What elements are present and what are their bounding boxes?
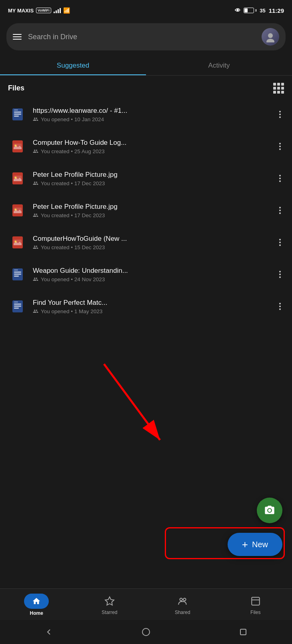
svg-rect-6 xyxy=(14,110,18,110)
eye-icon: 👁 xyxy=(235,7,240,14)
file-info: Weapon Guide: Understandin... You opened… xyxy=(33,267,270,282)
home-icon xyxy=(24,594,49,609)
volte-badge: VoWiFi xyxy=(36,8,51,13)
file-info: https://www.leanware.co/ - #1... You ope… xyxy=(33,107,270,122)
avatar-image xyxy=(262,28,279,46)
svg-rect-27 xyxy=(14,308,19,309)
new-label: New xyxy=(252,540,268,549)
file-meta: You opened • 24 Nov 2023 xyxy=(33,276,270,282)
battery-level: 35 xyxy=(260,8,265,14)
status-right: 👁 35 11:29 xyxy=(235,7,284,14)
tab-bar: Suggested Activity xyxy=(0,56,292,76)
hamburger-menu[interactable] xyxy=(13,34,22,40)
list-item[interactable]: Peter Lee Profile Picture.jpg You create… xyxy=(0,162,292,194)
status-bar: MY MAXIS VoWiFi 📶 👁 35 11:29 xyxy=(0,0,292,19)
files-title: Files xyxy=(8,84,24,92)
svg-point-33 xyxy=(183,598,186,601)
file-name: https://www.leanware.co/ - #1... xyxy=(33,107,270,115)
file-meta-text: You created • 15 Dec 2023 xyxy=(41,244,105,250)
system-nav xyxy=(0,620,292,644)
tab-activity[interactable]: Activity xyxy=(146,56,292,75)
time-display: 11:29 xyxy=(269,7,284,14)
file-name: Weapon Guide: Understandin... xyxy=(33,267,270,275)
avatar[interactable] xyxy=(262,28,279,46)
svg-marker-31 xyxy=(105,597,114,605)
svg-point-18 xyxy=(15,241,17,243)
svg-rect-22 xyxy=(14,276,19,277)
file-info: Find Your Perfect Matc... You opened • 1… xyxy=(33,299,270,314)
nav-files[interactable]: Files xyxy=(219,594,292,615)
file-type-icon xyxy=(8,296,27,317)
file-meta-text: You opened • 10 Jan 2024 xyxy=(41,116,104,122)
camera-fab-button[interactable] xyxy=(257,498,282,523)
svg-point-35 xyxy=(142,628,150,636)
file-type-icon xyxy=(8,264,27,285)
home-button[interactable] xyxy=(141,627,151,637)
file-info: Peter Lee Profile Picture.jpg You create… xyxy=(33,203,270,218)
file-name: Peter Lee Profile Picture.jpg xyxy=(33,171,270,179)
more-options-button[interactable] xyxy=(276,301,284,312)
nav-starred-label: Starred xyxy=(102,610,117,615)
list-item[interactable]: Computer How-To Guide Log... You created… xyxy=(0,130,292,162)
more-options-button[interactable] xyxy=(276,109,284,120)
battery-icon xyxy=(244,8,256,13)
svg-point-9 xyxy=(15,145,17,147)
file-type-icon xyxy=(8,168,27,189)
file-info: ComputerHowToGuide (New ... You created … xyxy=(33,235,270,250)
nav-shared-label: Shared xyxy=(175,610,190,615)
more-options-button[interactable] xyxy=(276,173,284,184)
file-meta-text: You created • 25 Aug 2023 xyxy=(41,148,105,154)
search-placeholder[interactable]: Search in Drive xyxy=(28,33,255,41)
files-icon xyxy=(249,594,262,608)
svg-rect-36 xyxy=(240,629,246,635)
file-meta: You created • 17 Dec 2023 xyxy=(33,180,270,186)
search-bar[interactable]: Search in Drive xyxy=(6,23,286,50)
more-options-button[interactable] xyxy=(276,237,284,248)
more-options-button[interactable] xyxy=(276,205,284,216)
grid-toggle-button[interactable] xyxy=(273,83,284,94)
file-name: Computer How-To Guide Log... xyxy=(33,139,270,147)
file-type-icon xyxy=(8,104,27,125)
file-type-icon xyxy=(8,136,27,157)
list-item[interactable]: Find Your Perfect Matc... You opened • 1… xyxy=(0,290,292,322)
svg-rect-25 xyxy=(14,304,21,305)
more-options-button[interactable] xyxy=(276,141,284,152)
svg-rect-21 xyxy=(14,274,21,275)
svg-point-15 xyxy=(15,209,17,211)
file-meta: You created • 15 Dec 2023 xyxy=(33,244,270,250)
list-item[interactable]: Weapon Guide: Understandin... You opened… xyxy=(0,258,292,290)
file-meta: You opened • 10 Jan 2024 xyxy=(33,116,270,122)
file-info: Computer How-To Guide Log... You created… xyxy=(33,139,270,154)
file-name: Find Your Perfect Matc... xyxy=(33,299,270,307)
svg-point-1 xyxy=(266,39,274,42)
svg-line-30 xyxy=(104,364,160,440)
file-info: Peter Lee Profile Picture.jpg You create… xyxy=(33,171,270,186)
new-fab-button[interactable]: + New xyxy=(228,533,282,556)
file-name: Peter Lee Profile Picture.jpg xyxy=(33,203,270,211)
nav-shared[interactable]: Shared xyxy=(146,594,219,615)
svg-rect-3 xyxy=(14,112,21,113)
files-header: Files xyxy=(0,76,292,98)
file-meta: You opened • 1 May 2023 xyxy=(33,308,270,314)
new-plus-icon: + xyxy=(242,539,248,550)
svg-point-12 xyxy=(15,177,17,179)
tab-suggested[interactable]: Suggested xyxy=(0,56,146,75)
file-meta-text: You created • 17 Dec 2023 xyxy=(41,212,105,218)
list-item[interactable]: https://www.leanware.co/ - #1... You ope… xyxy=(0,98,292,130)
status-left: MY MAXIS VoWiFi 📶 xyxy=(8,7,70,14)
camera-icon xyxy=(264,505,275,516)
red-arrow-overlay xyxy=(80,360,184,448)
svg-rect-26 xyxy=(14,306,21,307)
list-item[interactable]: Peter Lee Profile Picture.jpg You create… xyxy=(0,194,292,226)
back-button[interactable] xyxy=(44,627,54,637)
recents-button[interactable] xyxy=(238,627,248,637)
file-type-icon xyxy=(8,200,27,221)
svg-point-0 xyxy=(268,33,273,38)
nav-starred[interactable]: Starred xyxy=(73,594,146,615)
more-options-button[interactable] xyxy=(276,269,284,280)
nav-home[interactable]: Home xyxy=(0,594,73,616)
list-item[interactable]: ComputerHowToGuide (New ... You created … xyxy=(0,226,292,258)
wifi-icon: 📶 xyxy=(63,7,70,14)
svg-rect-28 xyxy=(14,302,18,302)
nav-home-label: Home xyxy=(30,610,43,616)
